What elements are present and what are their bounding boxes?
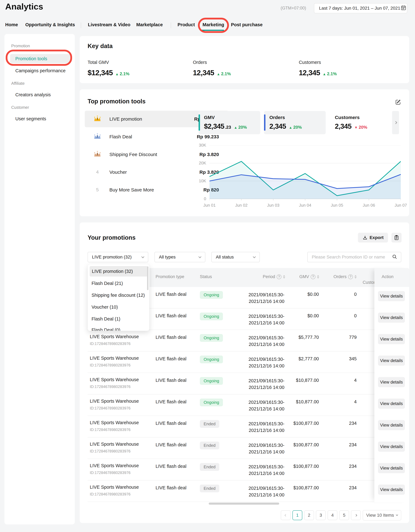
- delta-badge: 20%: [354, 125, 367, 130]
- col-gmv[interactable]: GMV: [290, 274, 319, 279]
- tab-home[interactable]: Home: [5, 22, 18, 27]
- col-status: Status: [200, 274, 212, 279]
- page-button-5[interactable]: 5: [339, 510, 349, 520]
- promotion-type-cell: LIVE flash deal: [156, 464, 186, 469]
- table-row: LIVE Sports Warehouse ID:172846789802839…: [88, 394, 401, 416]
- export-button[interactable]: Export: [358, 233, 388, 243]
- dropdown-scrollbar[interactable]: [147, 266, 149, 290]
- your-promotions-panel: Your promotions Export LIVE promotion (3…: [80, 222, 409, 523]
- status-badge: Ended: [200, 420, 219, 428]
- page-button-2[interactable]: 2: [304, 510, 314, 520]
- prev-page-button[interactable]: [281, 510, 291, 520]
- download-icon: [362, 235, 368, 240]
- view-details-button[interactable]: View details: [378, 399, 405, 409]
- status-badge: Ongoing: [200, 399, 223, 406]
- card-gmv[interactable]: GMV $2,345 .23 20%: [198, 111, 260, 134]
- help-icon[interactable]: [348, 275, 353, 279]
- gmv-cell: $100,877.00: [287, 421, 319, 426]
- sidebar-item-promotion-tools[interactable]: Promotion tools: [10, 54, 70, 63]
- tab-opportunity-insights[interactable]: Opportunity & Insights: [25, 22, 75, 27]
- card-orders[interactable]: Orders 2,345 20%: [264, 111, 326, 134]
- next-page-button[interactable]: [351, 510, 361, 520]
- sidebar-item-campaigns-performance[interactable]: Campaigns performance: [15, 68, 66, 73]
- tab-livestream-video[interactable]: Livestream & Video: [88, 22, 131, 27]
- promotion-name: LIVE Sports Warehouse: [90, 334, 139, 339]
- delta-badge: 2.1%: [115, 71, 129, 76]
- date-range-value: Last 7 days: Jun 01, 2021 – Jun 07, 2021: [319, 6, 400, 11]
- sidebar-item-user-segments[interactable]: User segments: [15, 116, 46, 121]
- delta-badge: 2.1%: [217, 71, 231, 76]
- tab-post-purchase[interactable]: Post purchase: [231, 22, 263, 27]
- page-size-select[interactable]: View 10 Items: [363, 510, 401, 521]
- table-row: LIVE Sports Warehouse ID:172846789802839…: [88, 330, 401, 352]
- filter-types-select[interactable]: All types: [154, 252, 205, 262]
- dropdown-item-live-promotion[interactable]: LIVE promotion (32): [90, 266, 148, 276]
- col-action: Action: [382, 274, 394, 279]
- tab-marketplace[interactable]: Marketplace: [136, 22, 163, 27]
- view-details-button[interactable]: View details: [378, 442, 405, 452]
- filter-promotion-select[interactable]: LIVE promotion (32): [88, 252, 148, 262]
- status-badge: Ongoing: [200, 377, 223, 385]
- orders-cell: 345: [325, 356, 357, 361]
- view-details-button[interactable]: View details: [378, 291, 405, 301]
- help-icon[interactable]: [311, 275, 315, 279]
- action-rows: View detailsView detailsView detailsView…: [374, 287, 409, 502]
- clipboard-icon-button[interactable]: [391, 233, 402, 243]
- promotion-name: LIVE Sports Warehouse: [90, 356, 139, 361]
- action-cell: View details: [374, 352, 409, 373]
- dropdown-item-shipping-fee-discount-12[interactable]: Shipping fee discount (12): [92, 293, 146, 298]
- page-button-1[interactable]: 1: [292, 510, 302, 520]
- promotion-name: LIVE Sports Warehouse: [90, 377, 139, 382]
- view-details-button[interactable]: View details: [378, 377, 405, 387]
- col-orders[interactable]: Orders: [323, 274, 357, 279]
- table-row: LIVE Sports Warehouse ID:172846789802839…: [88, 459, 401, 480]
- dropdown-item-flash-deal-21[interactable]: Flash Deal (21): [92, 281, 146, 286]
- search-icon[interactable]: [392, 254, 397, 260]
- col-period[interactable]: Period: [255, 274, 285, 279]
- sort-icon[interactable]: [283, 275, 285, 279]
- period-cell: 2021/09/1615:30- 2021/12/16 14:00: [232, 463, 284, 477]
- page-button-3[interactable]: 3: [316, 510, 326, 520]
- page-button-4[interactable]: 4: [328, 510, 337, 520]
- promotion-dropdown-menu: LIVE promotion (32) Flash Deal (21) Ship…: [88, 264, 149, 331]
- gmv-cell: $100,877.00: [287, 442, 319, 447]
- sort-icon[interactable]: [317, 275, 319, 279]
- sort-icon[interactable]: [354, 275, 357, 279]
- promotion-id: ID:17284678980283976: [90, 384, 139, 389]
- edit-icon[interactable]: [394, 98, 402, 106]
- cards-scroll-right-button[interactable]: [392, 111, 399, 134]
- help-icon[interactable]: [277, 275, 281, 279]
- dropdown-item-voucher-10[interactable]: Voucher (10): [92, 304, 146, 310]
- orders-cell: 234: [325, 421, 357, 426]
- gmv-cell: $10,877.00: [287, 399, 319, 404]
- view-details-button[interactable]: View details: [378, 334, 405, 344]
- tab-marketing[interactable]: Marketing: [203, 22, 224, 27]
- search-input[interactable]: [312, 255, 392, 260]
- view-details-button[interactable]: View details: [378, 420, 405, 430]
- table-horizontal-scrollbar[interactable]: [209, 503, 279, 505]
- view-details-button[interactable]: View details: [378, 484, 405, 495]
- status-badge: Ongoing: [200, 334, 223, 342]
- tool-item-buy-more-save-more[interactable]: 5 Buy More Save More Rp 820: [85, 181, 228, 198]
- promotion-type-cell: LIVE flash deal: [156, 485, 186, 490]
- date-range-picker[interactable]: Last 7 days: Jun 01, 2021 – Jun 07, 2021: [314, 3, 407, 13]
- tools-chart-ylabels: 010K20K30K: [190, 145, 206, 202]
- dropdown-item-flash-deal-1[interactable]: Flash Deal (1): [92, 316, 146, 322]
- tool-item-voucher[interactable]: 4 Voucher Rp 3.820: [85, 164, 228, 180]
- col-promotion-type: Promotion type: [156, 274, 184, 279]
- dropdown-item-flash-deal-0[interactable]: Flash Deal (0): [92, 327, 146, 331]
- view-details-button[interactable]: View details: [378, 356, 405, 366]
- card-customers[interactable]: Customers 2,345 20%: [330, 111, 391, 134]
- promotion-type-cell: LIVE flash deal: [156, 421, 186, 426]
- your-promotions-title: Your promotions: [88, 234, 135, 241]
- tool-item-shipping-fee-discount[interactable]: 3 Shipping Fee Discount Rp 3.820: [85, 146, 228, 163]
- action-cell: View details: [374, 480, 409, 502]
- sidebar-item-creators-analysis[interactable]: Creators analysis: [15, 92, 51, 97]
- promotion-name: LIVE Sports Warehouse: [90, 463, 139, 468]
- promotion-type-cell: LIVE flash deal: [156, 313, 186, 318]
- tab-product[interactable]: Product: [178, 22, 195, 27]
- status-badge: Ended: [200, 484, 219, 492]
- view-details-button[interactable]: View details: [378, 313, 405, 323]
- view-details-button[interactable]: View details: [378, 463, 405, 473]
- filter-status-select[interactable]: All status: [211, 252, 260, 262]
